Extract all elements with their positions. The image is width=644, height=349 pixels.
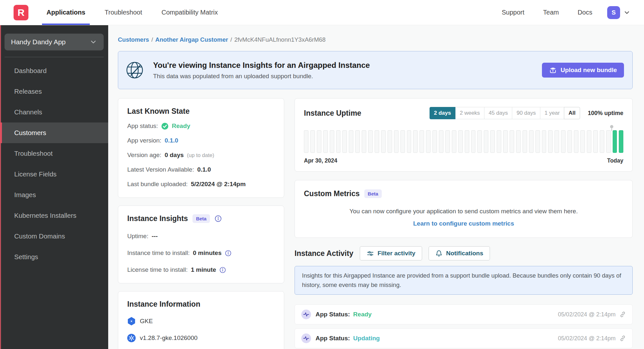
app-selector-dropdown[interactable]: Handy Dandy App [5, 34, 104, 50]
last-known-state-card: Last Known State App status: Ready App v… [118, 98, 284, 198]
uptime-bar [304, 130, 308, 153]
nav-item-applications[interactable]: Applications [42, 0, 90, 25]
bell-icon [435, 250, 442, 257]
uptime-bar [388, 130, 392, 153]
breadcrumb-separator: / [151, 36, 153, 43]
sidebar-divider [5, 57, 104, 57]
info-icon[interactable] [214, 215, 222, 222]
link-icon[interactable] [619, 335, 626, 342]
kubernetes-icon [127, 334, 136, 342]
uptime-bar [580, 130, 585, 153]
custom-metrics-title: Custom Metrics [304, 189, 360, 198]
range-button-2-days[interactable]: 2 days [430, 107, 456, 119]
range-button-90-days[interactable]: 90 days [512, 107, 540, 119]
upload-new-bundle-button[interactable]: Upload new bundle [542, 63, 624, 78]
sidebar-item-kubernetes-installers[interactable]: Kubernetes Installers [0, 205, 108, 226]
avatar[interactable]: S [607, 6, 620, 19]
instance-information-title: Instance Information [127, 300, 275, 309]
uptime-bars [304, 130, 623, 153]
filter-activity-label: Filter activity [378, 250, 415, 257]
breadcrumb-link-customers[interactable]: Customers [118, 36, 149, 43]
uptime-bar [497, 130, 501, 153]
range-button-1-year[interactable]: 1 year [540, 107, 564, 119]
user-menu-chevron-down-icon[interactable] [623, 9, 630, 16]
beta-badge: Beta [364, 189, 382, 198]
replicated-logo[interactable]: R [14, 5, 28, 20]
instance-activity-title: Instance Activity [295, 249, 353, 258]
range-button-2-weeks[interactable]: 2 weeks [455, 107, 484, 119]
uptime-end-date: Today [607, 157, 623, 164]
event-timestamp: 05/02/2024 @ 2:14pm [558, 311, 616, 318]
uptime-bar [323, 130, 328, 153]
uptime-bar [317, 130, 321, 153]
uptime-bar [593, 130, 598, 153]
filter-activity-button[interactable]: Filter activity [360, 246, 422, 260]
sidebar-item-images[interactable]: Images [0, 185, 108, 205]
event-label: App Status: [316, 335, 350, 342]
configure-custom-metrics-link[interactable]: Learn to configure custom metrics [304, 220, 623, 227]
range-button-45-days[interactable]: 45 days [484, 107, 513, 119]
uptime-bar [490, 130, 495, 153]
banner-subtitle: This data was populated from an uploaded… [153, 73, 370, 80]
breadcrumb-link-customer[interactable]: Another Airgap Customer [155, 36, 228, 43]
app-status-label: App status: [127, 122, 158, 130]
uptime-bar [561, 130, 566, 153]
uptime-bar [523, 130, 527, 153]
uptime-bar [362, 130, 366, 153]
uptime-bar [516, 130, 521, 153]
range-button-all[interactable]: All [564, 107, 580, 119]
last-known-state-title: Last Known State [127, 107, 275, 116]
uptime-bar [510, 130, 514, 153]
uptime-bar [310, 130, 315, 153]
uptime-bar [477, 130, 482, 153]
uptime-bar [567, 130, 572, 153]
uptime-bar [330, 130, 334, 153]
latest-version-value: 0.1.0 [197, 166, 211, 173]
info-icon[interactable] [219, 267, 226, 273]
breadcrumb-separator: / [230, 36, 232, 43]
notifications-button[interactable]: Notifications [429, 246, 490, 260]
sidebar-item-channels[interactable]: Channels [0, 102, 108, 122]
uptime-bar [349, 130, 353, 153]
link-icon[interactable] [619, 311, 626, 318]
globe-icon [125, 61, 144, 79]
app-version-link[interactable]: 0.1.0 [165, 137, 178, 144]
airgap-banner: You're viewing Instance Insights for an … [118, 51, 633, 89]
sidebar-item-dashboard[interactable]: Dashboard [0, 60, 108, 81]
uptime-bar [445, 130, 450, 153]
info-icon[interactable] [225, 250, 232, 257]
secondary-nav: Support Team Docs S [485, 6, 630, 19]
uptime-bar [407, 130, 411, 153]
uptime-bar [432, 130, 437, 153]
uptime-bar [439, 130, 443, 153]
uptime-bar [465, 130, 469, 153]
beta-badge: Beta [192, 214, 210, 223]
banner-text: You're viewing Instance Insights for an … [153, 61, 370, 80]
sidebar-item-releases[interactable]: Releases [0, 81, 108, 102]
nav-item-team[interactable]: Team [541, 7, 562, 17]
nav-item-support[interactable]: Support [499, 7, 527, 17]
sidebar-item-license-fields[interactable]: License Fields [0, 164, 108, 185]
nav-item-compatibility-matrix[interactable]: Compatibility Matrix [157, 0, 222, 25]
sidebar-item-settings[interactable]: Settings [0, 247, 108, 267]
uptime-bar [368, 130, 373, 153]
instance-information-card: Instance Information GKE v1.28.7-gke.102… [118, 291, 284, 349]
uptime-bar [394, 130, 399, 153]
notifications-label: Notifications [446, 250, 483, 257]
sidebar-item-troubleshoot[interactable]: Troubleshoot [0, 143, 108, 164]
version-age-value: 0 days [165, 152, 184, 159]
airgap-activity-notice: Insights for this Airgapped Instance are… [295, 266, 633, 295]
nav-item-troubleshoot[interactable]: Troubleshoot [100, 0, 147, 25]
pulse-icon [301, 333, 311, 343]
breadcrumb: Customers/Another Airgap Customer/2fvMcK… [118, 36, 633, 43]
top-nav: R Applications Troubleshoot Compatibilit… [0, 0, 644, 25]
k8s-version-value: v1.28.7-gke.1026000 [140, 334, 198, 342]
gke-icon [127, 317, 136, 325]
instance-uptime-title: Instance Uptime [304, 109, 361, 118]
sidebar-item-custom-domains[interactable]: Custom Domains [0, 226, 108, 247]
uptime-value: --- [151, 233, 158, 240]
custom-metrics-card: Custom Metrics Beta You can now configur… [295, 180, 633, 238]
uptime-bar [426, 130, 431, 153]
sidebar-item-customers[interactable]: Customers [0, 122, 108, 143]
nav-item-docs[interactable]: Docs [575, 7, 595, 17]
